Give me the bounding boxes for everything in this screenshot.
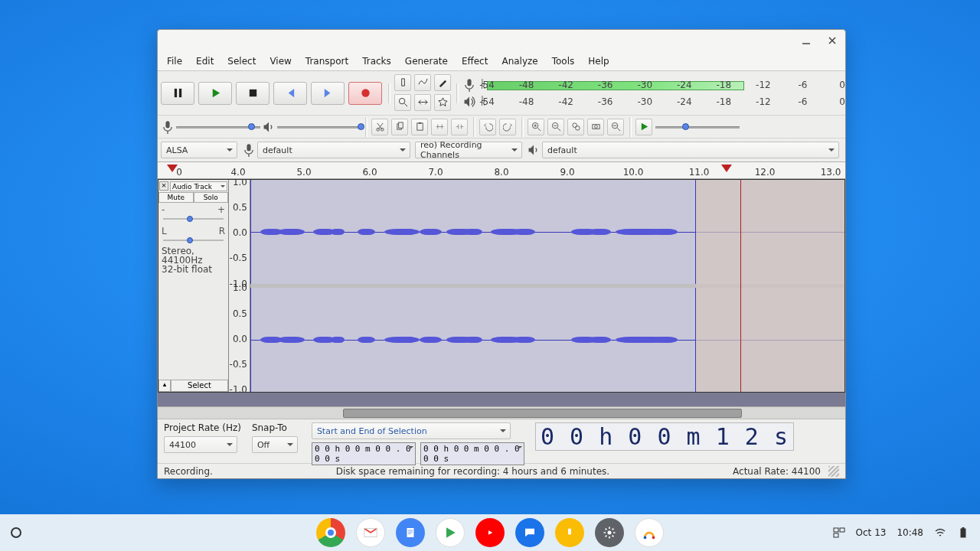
pan-right-label: R bbox=[219, 226, 225, 236]
svg-point-16 bbox=[575, 126, 580, 131]
svg-rect-5 bbox=[467, 79, 471, 86]
menu-analyze[interactable]: Analyze bbox=[495, 54, 544, 69]
menu-generate[interactable]: Generate bbox=[399, 54, 454, 69]
track-menu-dropdown[interactable]: Audio Track bbox=[170, 181, 227, 191]
youtube-icon[interactable] bbox=[475, 518, 505, 547]
svg-rect-12 bbox=[418, 122, 421, 124]
undo-button[interactable] bbox=[479, 119, 496, 135]
playback-device-dropdown[interactable]: default bbox=[542, 142, 839, 158]
menu-transport[interactable]: Transport bbox=[299, 54, 354, 69]
svg-rect-2 bbox=[249, 90, 256, 96]
snap-to-dropdown[interactable]: Off bbox=[252, 436, 298, 453]
system-tray[interactable]: Oct 13 10:48 bbox=[833, 527, 969, 539]
paste-button[interactable] bbox=[411, 119, 428, 135]
gmail-icon[interactable] bbox=[356, 518, 385, 547]
horizontal-scrollbar[interactable] bbox=[158, 406, 845, 419]
svg-rect-22 bbox=[407, 528, 414, 537]
audio-clip[interactable] bbox=[250, 288, 696, 392]
battery-icon[interactable] bbox=[957, 527, 969, 539]
skip-start-button[interactable] bbox=[273, 82, 307, 105]
record-button[interactable] bbox=[348, 82, 382, 105]
menu-tools[interactable]: Tools bbox=[546, 54, 581, 69]
audio-host-dropdown[interactable]: ALSA bbox=[161, 142, 237, 158]
playback-volume-slider[interactable] bbox=[277, 122, 361, 132]
menu-view[interactable]: View bbox=[263, 54, 297, 69]
stop-button[interactable] bbox=[236, 82, 270, 105]
cut-button[interactable] bbox=[371, 119, 388, 135]
zoom-in-button[interactable] bbox=[528, 119, 544, 135]
timeshift-tool[interactable] bbox=[414, 94, 431, 111]
zoom-tool[interactable] bbox=[394, 94, 411, 111]
trim-button[interactable] bbox=[431, 119, 448, 135]
draw-tool[interactable] bbox=[434, 74, 451, 91]
svg-rect-26 bbox=[834, 528, 838, 532]
play-end-marker-icon[interactable] bbox=[721, 165, 732, 178]
audio-clip[interactable] bbox=[250, 180, 696, 284]
track-select-button[interactable]: Select bbox=[171, 380, 228, 392]
svg-point-3 bbox=[361, 89, 369, 96]
selection-start-field[interactable]: 0 0 h 0 0 m 0 0 . 0 0 0 s bbox=[312, 442, 416, 465]
menu-effect[interactable]: Effect bbox=[456, 54, 495, 69]
chrome-icon[interactable] bbox=[316, 518, 345, 547]
resize-grip-icon[interactable] bbox=[828, 466, 839, 477]
svg-point-24 bbox=[644, 536, 647, 540]
mute-button[interactable]: Mute bbox=[158, 192, 194, 203]
fit-project-button[interactable] bbox=[587, 119, 604, 135]
status-bar: Recording. Disk space remaining for reco… bbox=[158, 463, 845, 478]
solo-button[interactable]: Solo bbox=[194, 192, 229, 203]
docs-icon[interactable] bbox=[396, 518, 425, 547]
menu-help[interactable]: Help bbox=[582, 54, 615, 69]
wifi-icon[interactable] bbox=[934, 527, 946, 539]
menu-tracks[interactable]: Tracks bbox=[356, 54, 397, 69]
silence-button[interactable] bbox=[451, 119, 468, 135]
playback-speed-slider[interactable] bbox=[655, 122, 740, 132]
recording-volume-slider[interactable] bbox=[176, 122, 260, 132]
recording-channels-dropdown[interactable]: reo) Recording Channels bbox=[415, 142, 522, 158]
menu-edit[interactable]: Edit bbox=[190, 54, 220, 69]
fit-selection-button[interactable] bbox=[567, 119, 584, 135]
project-rate-dropdown[interactable]: 44100 bbox=[164, 436, 237, 453]
play-button[interactable] bbox=[198, 82, 232, 105]
overview-icon[interactable] bbox=[833, 527, 845, 539]
menu-select[interactable]: Select bbox=[221, 54, 262, 69]
track-close-button[interactable]: × bbox=[159, 181, 168, 191]
recording-device-dropdown[interactable]: default bbox=[257, 142, 410, 158]
audacity-icon[interactable] bbox=[635, 518, 664, 547]
pan-slider[interactable] bbox=[162, 236, 225, 244]
audio-position-display[interactable]: 0 0 h 0 0 m 1 2 s bbox=[535, 422, 794, 451]
svg-point-18 bbox=[594, 126, 597, 129]
keep-icon[interactable] bbox=[555, 518, 584, 547]
copy-button[interactable] bbox=[391, 119, 408, 135]
play-store-icon[interactable] bbox=[436, 518, 465, 547]
svg-rect-10 bbox=[398, 122, 403, 128]
close-button[interactable] bbox=[825, 34, 839, 47]
collapse-button[interactable]: ▴ bbox=[158, 380, 171, 392]
svg-rect-0 bbox=[174, 89, 176, 97]
svg-rect-27 bbox=[840, 528, 844, 532]
selection-tool[interactable] bbox=[394, 74, 411, 91]
play-at-speed-button[interactable] bbox=[635, 119, 652, 135]
zoom-out-button[interactable] bbox=[547, 119, 564, 135]
waveform-area[interactable] bbox=[250, 180, 844, 392]
messages-icon[interactable] bbox=[515, 518, 544, 547]
minimize-button[interactable] bbox=[799, 34, 813, 47]
skip-end-button[interactable] bbox=[311, 82, 345, 105]
zoom-toggle-button[interactable] bbox=[607, 119, 624, 135]
tray-date: Oct 13 bbox=[856, 527, 887, 538]
gain-max-label: + bbox=[217, 204, 225, 215]
timeline-ruler[interactable]: 04.05.06.07.08.09.010.011.012.013.0 bbox=[158, 162, 845, 179]
amplitude-scale: 1.00.50.0-0.5-1.01.00.50.0-0.5-1.0 bbox=[229, 180, 250, 392]
gain-slider[interactable] bbox=[162, 215, 225, 223]
multi-tool[interactable] bbox=[434, 94, 451, 111]
launcher-button[interactable] bbox=[11, 527, 21, 538]
pause-button[interactable] bbox=[161, 82, 194, 105]
envelope-tool[interactable] bbox=[414, 74, 431, 91]
selection-end-field[interactable]: 0 0 h 0 0 m 0 0 . 0 0 0 s bbox=[420, 442, 524, 465]
selection-mode-dropdown[interactable]: Start and End of Selection bbox=[312, 422, 511, 439]
menu-file[interactable]: File bbox=[161, 54, 188, 69]
redo-button[interactable] bbox=[499, 119, 516, 135]
track-control-panel[interactable]: × Audio Track Mute Solo -+ LR Stereo, 44… bbox=[158, 180, 229, 392]
speaker-icon bbox=[462, 95, 476, 109]
menubar: FileEditSelectViewTransportTracksGenerat… bbox=[158, 51, 845, 71]
settings-icon[interactable] bbox=[595, 518, 624, 547]
